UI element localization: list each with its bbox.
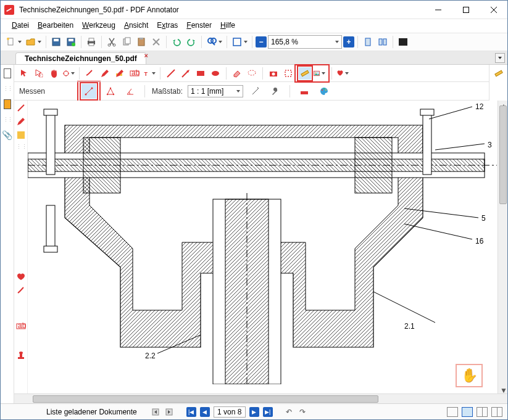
pointer-tool-icon[interactable]: [18, 67, 30, 80]
print-button[interactable]: [85, 35, 98, 49]
vertical-scrollbar[interactable]: ▲ ▼: [498, 101, 507, 393]
view-single-icon[interactable]: [447, 407, 458, 417]
textbox-tool-icon[interactable]: ab: [128, 67, 141, 80]
label-5: 5: [481, 214, 486, 223]
cut-button[interactable]: [105, 35, 119, 49]
window-title: TechnischeZeichnungen_50.pdf - PDF Annot…: [19, 6, 424, 14]
menu-help[interactable]: Hilfe: [217, 20, 239, 31]
tab-close-icon[interactable]: ×: [144, 52, 148, 59]
document-tab[interactable]: TechnischeZeichnungen_50.pdf ×: [15, 52, 146, 64]
nav-forward-button[interactable]: ↷: [298, 407, 307, 417]
ruler-favorite-icon[interactable]: [493, 67, 505, 80]
hscroll-thumb[interactable]: [33, 395, 378, 403]
sidebar-bookmarks-icon[interactable]: [4, 99, 11, 109]
layout-single-button[interactable]: [361, 35, 375, 49]
pan-hand-overlay[interactable]: ✋: [456, 364, 483, 387]
menu-file[interactable]: Datei: [8, 20, 33, 31]
menu-tool[interactable]: Werkzeug: [78, 20, 119, 31]
last-page-button[interactable]: ▶|: [263, 407, 273, 417]
ellipse-tool-icon[interactable]: [209, 67, 222, 80]
prev-doc-icon[interactable]: [151, 407, 160, 417]
view-continuous-icon[interactable]: [462, 407, 473, 417]
layout-two-button[interactable]: [376, 35, 389, 49]
search-button[interactable]: [205, 35, 223, 49]
view-two-page-icon[interactable]: [477, 407, 488, 417]
zoom-out-button[interactable]: −: [256, 36, 267, 47]
arrow-tool-icon[interactable]: [180, 67, 192, 80]
undo-button[interactable]: [170, 35, 183, 49]
new-button[interactable]: [4, 35, 23, 49]
docs-list-label[interactable]: Liste geladener Dokumente: [46, 408, 137, 416]
svg-rect-9: [69, 39, 73, 41]
crop-tool-icon[interactable]: [282, 67, 294, 80]
first-page-button[interactable]: |◀: [186, 407, 196, 417]
minimize-button[interactable]: [424, 1, 452, 19]
vscroll-thumb[interactable]: [499, 105, 507, 204]
rectangle-tool-icon[interactable]: [194, 67, 207, 80]
svg-point-48: [272, 72, 275, 75]
color-swatch-icon[interactable]: [297, 84, 312, 99]
menu-view[interactable]: Ansicht: [120, 20, 152, 31]
perimeter-tool-icon[interactable]: [103, 84, 118, 99]
highlighter-tool-icon[interactable]: [114, 67, 126, 80]
drawing-canvas[interactable]: 12 3 5 16 2.1 2.2 ✋: [28, 101, 498, 393]
sidebar-attachments-icon[interactable]: 📎: [2, 130, 12, 140]
camera-tool-icon[interactable]: [267, 67, 280, 80]
pen-tool-icon[interactable]: [84, 67, 96, 80]
lasso-tool-icon[interactable]: [246, 67, 258, 80]
favorite-tool-icon[interactable]: [336, 67, 349, 80]
close-button[interactable]: [480, 1, 507, 19]
menu-extras[interactable]: Extras: [153, 20, 181, 31]
svg-rect-31: [399, 38, 407, 46]
page-field[interactable]: 1 von 8: [214, 406, 246, 418]
svg-point-63: [323, 88, 325, 89]
save-button[interactable]: [49, 35, 63, 49]
vtool-line-icon[interactable]: [16, 103, 26, 113]
nav-back-button[interactable]: ↶: [284, 407, 294, 417]
angle-tool-icon[interactable]: [123, 84, 138, 99]
redo-button[interactable]: [185, 35, 198, 49]
pencil-tool-icon[interactable]: [99, 67, 111, 80]
open-button[interactable]: [24, 35, 43, 49]
vtool-heart-icon[interactable]: [16, 272, 26, 282]
measure-toolbar: Messen Maßstab: 1 : 1 [mm]: [14, 82, 489, 101]
line-tool-icon[interactable]: [165, 67, 177, 80]
tab-menu-button[interactable]: [495, 53, 505, 63]
zoom-field[interactable]: 165,8 %: [268, 35, 342, 49]
ruler-tool-icon[interactable]: [299, 67, 311, 80]
zoom-in-button[interactable]: +: [343, 36, 354, 47]
view-two-continuous-icon[interactable]: [491, 407, 502, 417]
copy-button[interactable]: [120, 35, 133, 49]
save-as-button[interactable]: [64, 35, 78, 49]
select-tool-icon[interactable]: [33, 67, 45, 80]
paste-button[interactable]: [135, 35, 148, 49]
vtool-marker-icon[interactable]: [16, 117, 26, 126]
zoom-mode-button[interactable]: [230, 35, 249, 49]
vtool-textbox-icon[interactable]: ab: [16, 321, 26, 331]
menu-edit[interactable]: Bearbeiten: [34, 20, 77, 31]
svg-line-88: [429, 107, 472, 119]
text-tool-icon[interactable]: T: [143, 67, 156, 80]
image-tool-icon[interactable]: [313, 67, 325, 80]
maximize-button[interactable]: [452, 1, 480, 19]
scale-settings-icon[interactable]: [248, 84, 263, 99]
menu-window[interactable]: Fenster: [183, 20, 215, 31]
settings-wrench-icon[interactable]: [268, 84, 283, 99]
vtool-dots-icon[interactable]: ⋮⋮: [16, 144, 26, 154]
horizontal-scrollbar[interactable]: [14, 393, 507, 403]
sidebar-page-icon[interactable]: [4, 68, 11, 78]
next-page-button[interactable]: ▶: [249, 407, 259, 417]
eraser-tool-icon[interactable]: [231, 67, 243, 80]
prev-page-button[interactable]: ◀: [200, 407, 210, 417]
vtool-note-icon[interactable]: [16, 130, 26, 140]
pan-tool-icon[interactable]: [62, 67, 75, 80]
fullscreen-button[interactable]: [396, 35, 410, 49]
distance-tool-icon[interactable]: [81, 84, 96, 99]
vtool-stamp-icon[interactable]: [16, 351, 26, 361]
vtool-pen2-icon[interactable]: [16, 286, 26, 295]
style-palette-icon[interactable]: [317, 84, 331, 99]
hand-tool-icon[interactable]: [48, 67, 60, 80]
scale-field[interactable]: 1 : 1 [mm]: [188, 85, 243, 97]
delete-button[interactable]: [149, 35, 163, 49]
next-doc-icon[interactable]: [164, 407, 174, 417]
